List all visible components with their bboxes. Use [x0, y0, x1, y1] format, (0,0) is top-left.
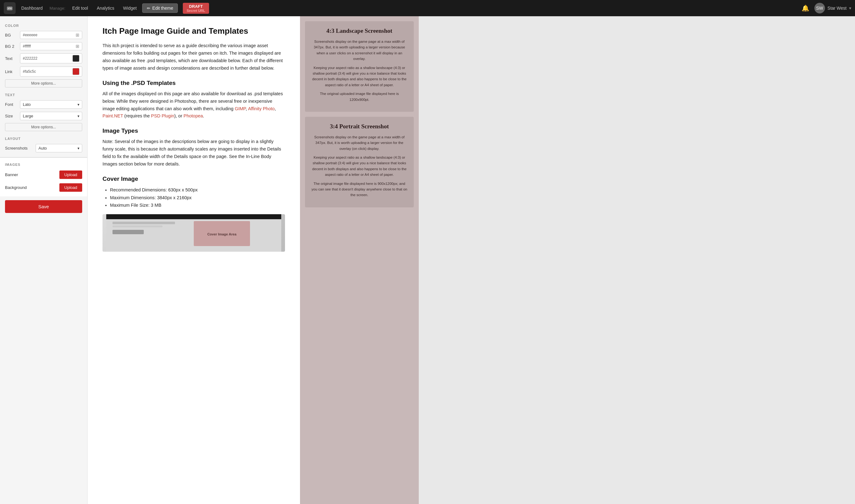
list-item: Recommended Dimensions: 630px x 500px — [110, 186, 285, 194]
nav-analytics[interactable]: Analytics — [94, 4, 118, 13]
text-section-label: TEXT — [0, 91, 87, 99]
affinity-link[interactable]: Affinity Photo — [248, 106, 275, 111]
content-area: Itch Page Image Guide and Templates This… — [87, 16, 855, 504]
comma2: , — [275, 106, 276, 111]
layout-section: LAYOUT Screenshots Auto — [0, 134, 87, 154]
preview-inner: Cover Image Area — [103, 214, 285, 252]
gimp-link[interactable]: GIMP — [235, 106, 246, 111]
images-section-label: IMAGES — [0, 160, 87, 168]
screenshots-chevron-icon — [77, 146, 80, 150]
text-section: TEXT Font Lato Size Large More options..… — [0, 91, 87, 131]
draft-label: DRAFT — [189, 4, 203, 9]
secret-url-label: Secret URL — [187, 9, 205, 13]
main-layout: COLOR BG #eeeeee ⊞ BG 2 #ffffff ⊞ Text #… — [0, 16, 855, 504]
link-color-label: Link — [5, 69, 17, 74]
screenshots-label: Screenshots — [5, 146, 33, 150]
bg2-color-row: BG 2 #ffffff ⊞ — [0, 41, 87, 52]
pencil-icon — [147, 6, 150, 11]
svg-rect-7 — [112, 222, 175, 224]
screenshots-row: Screenshots Auto — [0, 142, 87, 154]
page-title: Itch Page Image Guide and Templates — [103, 26, 285, 36]
cover-image-preview: Cover Image Area — [103, 214, 285, 252]
bell-icon[interactable]: 🔔 — [799, 3, 812, 13]
intro-paragraph: This itch project is intended to serve a… — [103, 42, 285, 72]
nav-dashboard[interactable]: Dashboard — [18, 4, 46, 13]
link-color-row: Link #fa5c5c — [0, 65, 87, 78]
bg-value: #eeeeee — [23, 33, 37, 37]
nav-user[interactable]: SW Star West ▾ — [814, 3, 851, 14]
landscape-card-title: 4:3 Landscape Screenshot — [327, 28, 392, 34]
list-item: Maximum Dimensions: 3840px x 2160px — [110, 194, 285, 202]
nav-edit-tool[interactable]: Edit tool — [69, 4, 91, 13]
bg2-color-input[interactable]: #ffffff ⊞ — [20, 42, 82, 50]
size-chevron-icon — [77, 114, 80, 118]
text-more-options-button[interactable]: More options... — [5, 123, 82, 131]
landscape-card-p2: Keeping your aspect ratio as a shallow l… — [311, 65, 407, 88]
image-types-paragraph: Note: Several of the images in the descr… — [103, 138, 285, 168]
using-psd-heading: Using the .PSD Templates — [103, 79, 285, 87]
portrait-screenshot-card: 3:4 Portrait Screenshot Screenshots disp… — [305, 117, 414, 208]
size-select[interactable]: Large — [20, 112, 82, 120]
font-row: Font Lato — [0, 99, 87, 110]
psd-plugin-link[interactable]: PSD Plugin — [151, 113, 174, 118]
period: . — [203, 113, 204, 118]
background-upload-button[interactable]: Upload — [59, 183, 82, 192]
text-color-input[interactable]: #222222 — [20, 53, 82, 64]
banner-label: Banner — [5, 173, 57, 177]
svg-point-1 — [8, 8, 9, 9]
background-row: Background Upload — [0, 181, 87, 194]
size-row: Size Large — [0, 110, 87, 122]
nav-edit-theme-button[interactable]: Edit theme — [142, 3, 178, 13]
top-nav: Dashboard Manage: Edit tool Analytics Wi… — [0, 0, 855, 16]
nav-logo[interactable] — [4, 2, 16, 14]
main-content: Itch Page Image Guide and Templates This… — [87, 16, 300, 504]
comma1: , — [246, 106, 248, 111]
bg-color-row: BG #eeeeee ⊞ — [0, 29, 87, 41]
nav-widget[interactable]: Widget — [120, 4, 140, 13]
using-psd-paragraph: All of the images displayed on this page… — [103, 90, 285, 120]
svg-rect-8 — [112, 226, 162, 227]
landscape-screenshot-card: 4:3 Landscape Screenshot Screenshots dis… — [305, 21, 414, 112]
bg-color-input[interactable]: #eeeeee ⊞ — [20, 31, 82, 39]
banner-upload-button[interactable]: Upload — [59, 170, 82, 179]
font-label: Font — [5, 102, 17, 107]
text-color-value: #222222 — [23, 56, 37, 60]
images-section: IMAGES Banner Upload Background Upload — [0, 157, 87, 196]
screenshots-select[interactable]: Auto — [36, 144, 82, 152]
background-label: Background — [5, 185, 57, 190]
grid-icon-2[interactable]: ⊞ — [76, 44, 80, 49]
nav-manage-label: Manage: — [49, 4, 67, 13]
paintnet-link[interactable]: Paint.NET — [103, 113, 123, 118]
landscape-card-p1: Screenshots display on the game page at … — [311, 39, 407, 62]
portrait-card-title: 3:4 Portrait Screenshot — [330, 123, 389, 130]
size-label: Size — [5, 114, 17, 118]
bg2-value: #ffffff — [23, 44, 31, 49]
landscape-card-p3: The original uploaded image file display… — [311, 91, 407, 103]
svg-point-2 — [10, 8, 12, 9]
close-paren: ), or — [174, 113, 184, 118]
font-select[interactable]: Lato — [20, 100, 82, 109]
grid-icon[interactable]: ⊞ — [76, 33, 80, 37]
save-button[interactable]: Save — [5, 200, 82, 213]
avatar: SW — [814, 3, 825, 14]
text-color-swatch[interactable] — [72, 55, 80, 62]
screenshots-value: Auto — [38, 146, 47, 150]
list-item: Maximum File Size: 3 MB — [110, 201, 285, 209]
chevron-down-icon: ▾ — [849, 6, 851, 11]
portrait-card-p2: Keeping your aspect ratio as a shallow l… — [311, 155, 407, 178]
portrait-card-p3: The original image file displayed here i… — [311, 181, 407, 198]
link-color-swatch[interactable] — [72, 68, 80, 75]
text-color-label: Text — [5, 56, 17, 61]
svg-rect-9 — [112, 230, 144, 234]
photopea-link[interactable]: Photopea — [184, 113, 203, 118]
color-more-options-button[interactable]: More options... — [5, 79, 82, 87]
portrait-card-p1: Screenshots display on the game page at … — [311, 134, 407, 151]
svg-rect-4 — [10, 7, 10, 9]
nav-draft-button[interactable]: DRAFT Secret URL — [183, 3, 209, 14]
bg-label: BG — [5, 33, 17, 37]
link-color-input[interactable]: #fa5c5c — [20, 67, 82, 76]
image-types-heading: Image Types — [103, 127, 285, 134]
font-value: Lato — [23, 102, 31, 107]
link-color-value: #fa5c5c — [23, 69, 36, 74]
layout-section-label: LAYOUT — [0, 134, 87, 142]
